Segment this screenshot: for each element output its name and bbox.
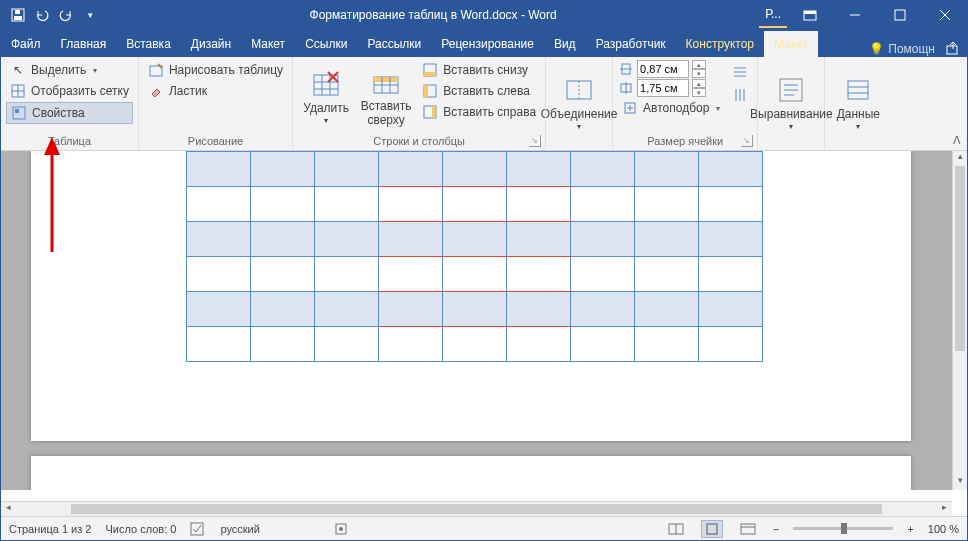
row-height-input[interactable] [637,60,689,78]
autofit-button[interactable]: Автоподбор [618,98,724,118]
tab-home[interactable]: Главная [51,31,117,57]
svg-rect-4 [804,11,816,14]
vscroll-thumb[interactable] [955,166,965,351]
group-label-rowscols: Строки и столбцы [298,133,540,150]
zoom-in-button[interactable]: + [907,523,913,535]
tab-developer[interactable]: Разработчик [586,31,676,57]
window-title: Форматирование таблиц в Word.docx - Word [107,8,759,22]
recording-icon[interactable] [334,522,350,536]
svg-rect-6 [895,10,905,20]
alignment-button[interactable]: Выравнивание▾ [763,60,819,145]
tab-file[interactable]: Файл [1,31,51,57]
properties-button[interactable]: Свойства [6,102,133,124]
distribute-rows-icon [732,64,748,80]
cursor-icon: ↖ [10,62,26,78]
scroll-down-button[interactable]: ▾ [953,475,967,490]
draw-table-button[interactable]: Нарисовать таблицу [144,60,287,80]
zoom-slider[interactable] [793,527,893,530]
svg-rect-14 [15,109,19,113]
group-label-data [830,145,886,150]
svg-rect-2 [15,10,20,14]
height-spin-up[interactable]: ▴ [692,60,706,69]
rowscols-launcher[interactable] [529,135,541,147]
group-label-drawing: Рисование [144,133,287,150]
pinned-indicator[interactable]: Р... [759,2,787,28]
select-button[interactable]: ↖Выделить [6,60,133,80]
tab-layout[interactable]: Макет [241,31,295,57]
svg-rect-29 [424,72,436,76]
zoom-level[interactable]: 100 % [928,523,959,535]
read-mode-button[interactable] [665,520,687,538]
tab-insert[interactable]: Вставка [116,31,181,57]
tab-table-layout[interactable]: Макет [764,31,818,57]
language-indicator[interactable]: русский [220,523,259,535]
redo-button[interactable] [55,4,77,26]
svg-point-58 [339,527,343,531]
qa-customize-button[interactable]: ▾ [79,4,101,26]
minimize-button[interactable] [832,1,877,29]
horizontal-scrollbar[interactable]: ◂ ▸ [1,501,952,516]
insert-right-button[interactable]: Вставить справа [418,102,540,122]
collapse-ribbon-button[interactable]: ᐱ [953,134,961,147]
scroll-left-button[interactable]: ◂ [1,502,16,516]
row-height-control: ▴▾ [618,60,724,78]
svg-rect-31 [424,85,428,97]
show-gridlines-button[interactable]: Отобразить сетку [6,81,133,101]
group-label-cellsize: Размер ячейки [618,133,752,150]
maximize-button[interactable] [877,1,922,29]
close-button[interactable] [922,1,967,29]
insert-left-button[interactable]: Вставить слева [418,81,540,101]
tab-design[interactable]: Дизайн [181,31,241,57]
height-icon [618,61,634,77]
tab-table-design[interactable]: Конструктор [676,31,764,57]
svg-rect-56 [191,523,203,535]
tab-references[interactable]: Ссылки [295,31,357,57]
cellsize-launcher[interactable] [741,135,753,147]
document-area[interactable] [1,151,952,490]
ribbon: ↖Выделить Отобразить сетку Свойства Табл… [1,57,967,151]
alignment-icon [775,74,807,106]
print-layout-button[interactable] [701,520,723,538]
page-1 [31,151,911,441]
web-layout-button[interactable] [737,520,759,538]
tell-me-input[interactable]: 💡Помощн [869,42,935,56]
col-width-control: ▴▾ [618,79,724,97]
status-bar: Страница 1 из 2 Число слов: 0 русский − … [1,516,967,540]
col-width-input[interactable] [637,79,689,97]
data-button[interactable]: Данные▾ [830,60,886,145]
group-label-alignment [763,145,819,150]
svg-rect-62 [741,524,755,534]
svg-rect-61 [707,524,717,534]
word-count[interactable]: Число слов: 0 [105,523,176,535]
zoom-out-button[interactable]: − [773,523,779,535]
scroll-up-button[interactable]: ▴ [953,151,967,166]
tab-mailings[interactable]: Рассылки [357,31,431,57]
spelling-icon[interactable] [190,522,206,536]
save-button[interactable] [7,4,29,26]
insert-below-button[interactable]: Вставить снизу [418,60,540,80]
eraser-button[interactable]: Ластик [144,81,287,101]
tab-view[interactable]: Вид [544,31,586,57]
lightbulb-icon: 💡 [869,42,884,56]
share-button[interactable] [945,41,961,57]
width-spin-down[interactable]: ▾ [692,88,706,97]
hscroll-thumb[interactable] [71,504,881,514]
svg-rect-24 [374,77,398,82]
tab-review[interactable]: Рецензирование [431,31,544,57]
undo-button[interactable] [31,4,53,26]
zoom-handle[interactable] [841,523,847,534]
scroll-right-button[interactable]: ▸ [937,502,952,516]
ribbon-display-options[interactable] [787,1,832,29]
width-spin-up[interactable]: ▴ [692,79,706,88]
merge-button[interactable]: Объединение▾ [551,60,607,145]
delete-button[interactable]: Удалить▾ [298,60,354,133]
vertical-scrollbar[interactable]: ▴ ▾ [952,151,967,490]
draw-table-icon [148,62,164,78]
distribute-rows-button[interactable] [728,62,752,82]
height-spin-down[interactable]: ▾ [692,69,706,78]
insert-above-button[interactable]: Вставить сверху [358,60,414,133]
document-table[interactable] [186,151,763,362]
distribute-cols-button[interactable] [728,85,752,105]
page-indicator[interactable]: Страница 1 из 2 [9,523,91,535]
group-label-table: Таблица [6,133,133,150]
